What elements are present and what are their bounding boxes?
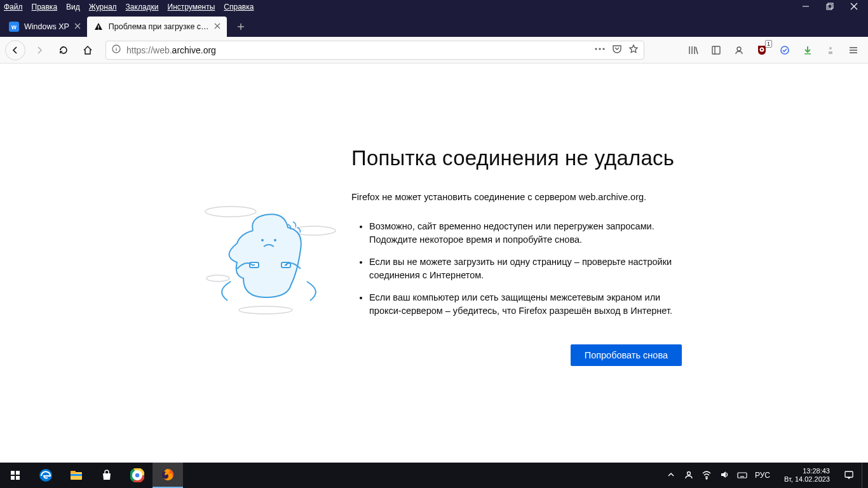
svg-point-37 bbox=[261, 239, 264, 241]
svg-rect-2 bbox=[828, 3, 833, 8]
taskbar-firefox[interactable] bbox=[153, 463, 183, 488]
menu-file[interactable]: Файл bbox=[4, 3, 23, 11]
tray-time: 13:28:43 bbox=[784, 467, 830, 475]
ublock-badge: 1 bbox=[765, 40, 772, 48]
reload-button[interactable] bbox=[53, 40, 74, 60]
svg-rect-46 bbox=[11, 476, 15, 480]
window-maximize-icon[interactable] bbox=[826, 3, 834, 12]
bookmark-star-icon[interactable] bbox=[628, 44, 639, 56]
error-title: Попытка соединения не удалась bbox=[351, 146, 682, 170]
menu-edit[interactable]: Правка bbox=[32, 3, 58, 11]
svg-rect-29 bbox=[804, 53, 811, 55]
page-action-menu-icon[interactable] bbox=[594, 44, 606, 56]
forward-button[interactable] bbox=[29, 40, 50, 60]
svg-rect-61 bbox=[738, 473, 747, 478]
svg-rect-47 bbox=[16, 476, 20, 480]
taskbar-edge[interactable] bbox=[31, 463, 61, 488]
svg-point-36 bbox=[239, 306, 292, 314]
pocket-icon[interactable] bbox=[612, 44, 622, 56]
error-illustration bbox=[186, 146, 351, 366]
vk-icon: w bbox=[9, 22, 19, 32]
firefox-menubar: Файл Правка Вид Журнал Закладки Инструме… bbox=[0, 0, 868, 14]
svg-rect-7 bbox=[98, 25, 98, 28]
svg-point-34 bbox=[205, 207, 256, 217]
tray-date: Вт, 14.02.2023 bbox=[784, 475, 830, 484]
url-bar[interactable]: https://web.archive.org bbox=[105, 41, 644, 60]
tray-language[interactable]: РУС bbox=[755, 471, 770, 480]
taskbar-explorer[interactable] bbox=[61, 463, 92, 488]
svg-point-27 bbox=[761, 48, 763, 50]
tab-inactive[interactable]: w Windows XP bbox=[3, 17, 87, 37]
menu-help[interactable]: Справка bbox=[224, 3, 254, 11]
warning-icon bbox=[93, 22, 104, 32]
tray-keyboard-icon[interactable] bbox=[737, 470, 747, 481]
svg-point-25 bbox=[737, 47, 741, 51]
svg-rect-45 bbox=[16, 471, 20, 475]
tray-notifications-icon[interactable] bbox=[844, 470, 854, 481]
show-desktop-button[interactable] bbox=[862, 463, 865, 488]
svg-point-59 bbox=[688, 472, 691, 475]
svg-point-30 bbox=[829, 47, 832, 50]
home-button[interactable] bbox=[78, 40, 98, 60]
tray-clock[interactable]: 13:28:43 Вт, 14.02.2023 bbox=[778, 467, 836, 484]
error-suggestion-list: Возможно, сайт временно недоступен или п… bbox=[351, 220, 682, 318]
library-button[interactable] bbox=[684, 41, 703, 60]
tab-title: Windows XP bbox=[24, 22, 69, 31]
back-button[interactable] bbox=[5, 40, 25, 60]
svg-point-38 bbox=[274, 239, 276, 241]
tray-people-icon[interactable] bbox=[684, 470, 694, 481]
svg-point-60 bbox=[706, 478, 707, 479]
svg-point-17 bbox=[599, 48, 600, 50]
tray-volume-icon[interactable] bbox=[719, 470, 729, 481]
downloads-icon[interactable] bbox=[798, 41, 817, 60]
tab-title: Проблема при загрузке стран bbox=[109, 22, 209, 31]
svg-rect-23 bbox=[712, 46, 720, 54]
menu-bookmarks[interactable]: Закладки bbox=[126, 3, 159, 11]
tab-strip: w Windows XP Проблема при загрузке стран bbox=[0, 14, 868, 37]
window-close-icon[interactable] bbox=[850, 3, 858, 12]
tray-chevron-icon[interactable] bbox=[666, 470, 676, 481]
svg-point-43 bbox=[207, 275, 229, 281]
svg-rect-51 bbox=[71, 474, 82, 476]
windows-taskbar: РУС 13:28:43 Вт, 14.02.2023 bbox=[0, 463, 868, 488]
svg-rect-66 bbox=[845, 471, 853, 477]
error-suggestion-item: Возможно, сайт временно недоступен или п… bbox=[369, 220, 682, 247]
system-tray: РУС 13:28:43 Вт, 14.02.2023 bbox=[666, 463, 868, 488]
taskbar-chrome[interactable] bbox=[122, 463, 153, 488]
tab-close-icon[interactable] bbox=[214, 22, 220, 31]
menu-history[interactable]: Журнал bbox=[89, 3, 117, 11]
error-suggestion-item: Если вы не можете загрузить ни одну стра… bbox=[369, 255, 682, 282]
page-content: Попытка соединения не удалась Firefox не… bbox=[0, 64, 868, 463]
menu-view[interactable]: Вид bbox=[66, 3, 80, 11]
account-icon[interactable] bbox=[729, 41, 749, 60]
window-minimize-icon[interactable] bbox=[802, 3, 810, 12]
sidebar-button[interactable] bbox=[707, 41, 726, 60]
retry-button[interactable]: Попробовать снова bbox=[571, 344, 682, 366]
taskbar-store[interactable] bbox=[92, 463, 122, 488]
menu-tools[interactable]: Инструменты bbox=[168, 3, 215, 11]
error-suggestion-item: Если ваш компьютер или сеть защищены меж… bbox=[369, 291, 682, 318]
nav-toolbar: https://web.archive.org 1 bbox=[0, 37, 868, 64]
svg-point-18 bbox=[602, 48, 604, 50]
svg-rect-44 bbox=[11, 471, 15, 475]
tab-active[interactable]: Проблема при загрузке стран bbox=[87, 17, 227, 37]
start-button[interactable] bbox=[0, 463, 31, 488]
site-identity-icon[interactable] bbox=[111, 44, 121, 56]
url-text: https://web.archive.org bbox=[126, 45, 594, 55]
tab-close-icon[interactable] bbox=[74, 22, 81, 31]
new-tab-button[interactable] bbox=[231, 17, 251, 37]
extension-icon-2[interactable] bbox=[821, 41, 840, 60]
ublock-icon[interactable]: 1 bbox=[752, 41, 771, 60]
extension-icon-1[interactable] bbox=[775, 41, 794, 60]
svg-point-16 bbox=[595, 48, 597, 50]
svg-rect-1 bbox=[827, 4, 832, 10]
svg-rect-50 bbox=[71, 471, 76, 473]
svg-rect-8 bbox=[98, 29, 98, 29]
error-short-desc: Firefox не может установить соединение с… bbox=[351, 192, 682, 202]
app-menu-button[interactable] bbox=[844, 41, 863, 60]
tray-wifi-icon[interactable] bbox=[702, 470, 712, 481]
svg-line-22 bbox=[696, 47, 698, 54]
